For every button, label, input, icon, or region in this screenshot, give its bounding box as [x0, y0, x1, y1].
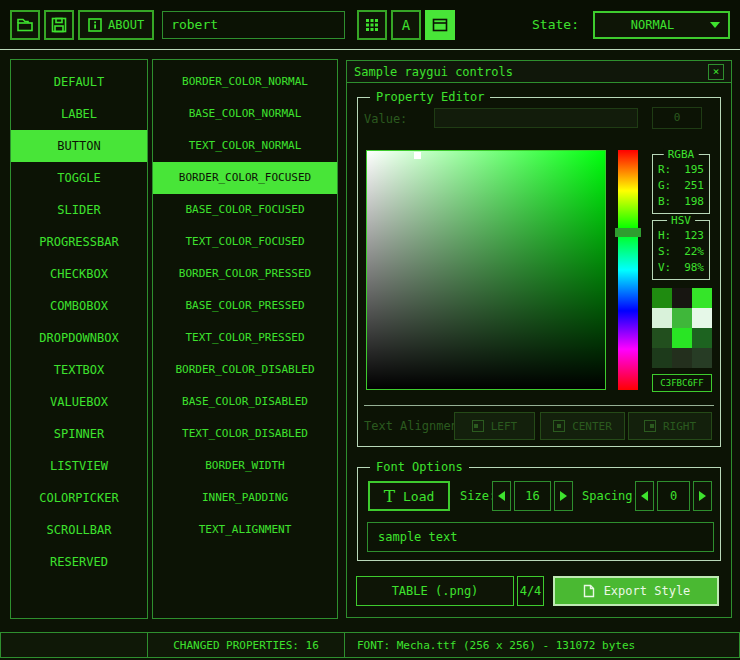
list-item-scrollbar[interactable]: SCROLLBAR: [11, 514, 147, 546]
export-style-button[interactable]: Export Style: [553, 576, 719, 606]
size-increase-button[interactable]: [554, 481, 573, 511]
b-value: 198: [684, 194, 704, 210]
list-item-slider[interactable]: SLIDER: [11, 194, 147, 226]
value-label: Value:: [364, 112, 407, 126]
align-right-icon: [644, 420, 656, 432]
sample-text-input[interactable]: sample text: [367, 522, 714, 552]
color-swatch[interactable]: [652, 348, 672, 368]
save-style-button[interactable]: [44, 10, 74, 40]
color-swatch[interactable]: [652, 308, 672, 328]
list-item-colorpicker[interactable]: COLORPICKER: [11, 482, 147, 514]
state-dropdown[interactable]: NORMAL: [593, 11, 730, 39]
window-icon: [432, 18, 448, 32]
align-center-button[interactable]: CENTER: [540, 412, 625, 440]
list-item-checkbox[interactable]: CHECKBOX: [11, 258, 147, 290]
list-item-valuebox[interactable]: VALUEBOX: [11, 386, 147, 418]
font-options-group: Font Options T Load Size: 16 Spacing: 0 …: [357, 467, 721, 561]
color-swatch[interactable]: [652, 328, 672, 348]
list-item-text_color_normal[interactable]: TEXT_COLOR_NORMAL: [153, 130, 337, 162]
list-item-toggle[interactable]: TOGGLE: [11, 162, 147, 194]
list-item-border_color_disabled[interactable]: BORDER_COLOR_DISABLED: [153, 354, 337, 386]
s-label: S:: [658, 244, 671, 260]
font-mode-button[interactable]: A: [391, 10, 421, 40]
list-item-base_color_disabled[interactable]: BASE_COLOR_DISABLED: [153, 386, 337, 418]
save-icon: [51, 17, 67, 33]
info-icon: [88, 18, 102, 32]
color-swatch[interactable]: [672, 348, 692, 368]
align-right-button[interactable]: RIGHT: [628, 412, 712, 440]
list-item-border_color_normal[interactable]: BORDER_COLOR_NORMAL: [153, 66, 337, 98]
list-item-textbox[interactable]: TEXTBOX: [11, 354, 147, 386]
sample-controls-window: Sample raygui controls × Property Editor…: [346, 60, 732, 618]
color-swatch[interactable]: [692, 288, 712, 308]
hsv-group: HSV H: 123 S: 22% V: 98%: [652, 220, 710, 280]
style-name-input[interactable]: [162, 11, 345, 39]
list-item-label[interactable]: LABEL: [11, 98, 147, 130]
list-item-text_color_disabled[interactable]: TEXT_COLOR_DISABLED: [153, 418, 337, 450]
align-left-button[interactable]: LEFT: [454, 412, 535, 440]
list-item-text_color_focused[interactable]: TEXT_COLOR_FOCUSED: [153, 226, 337, 258]
align-right-label: RIGHT: [663, 420, 696, 433]
value-slider[interactable]: [434, 108, 638, 128]
status-cell-empty: [0, 632, 148, 658]
list-item-border_width[interactable]: BORDER_WIDTH: [153, 450, 337, 482]
color-picker-panel[interactable]: [366, 150, 606, 390]
text-alignment-label: Text Alignment: [364, 419, 465, 433]
color-swatch[interactable]: [692, 308, 712, 328]
h-value: 123: [684, 228, 704, 244]
list-item-reserved[interactable]: RESERVED: [11, 546, 147, 578]
spacing-value-box[interactable]: 0: [657, 481, 690, 511]
spacing-decrease-button[interactable]: [635, 481, 654, 511]
list-item-base_color_focused[interactable]: BASE_COLOR_FOCUSED: [153, 194, 337, 226]
window-titlebar: Sample raygui controls ×: [347, 61, 731, 83]
rgba-row-r: R: 195: [653, 162, 709, 178]
load-font-label: Load: [403, 489, 434, 504]
hsv-row-v: V: 98%: [653, 260, 709, 276]
align-center-label: CENTER: [572, 420, 612, 433]
color-swatch[interactable]: [692, 328, 712, 348]
color-swatch[interactable]: [672, 288, 692, 308]
view-mode-group: A: [357, 10, 455, 40]
r-value: 195: [684, 162, 704, 178]
picker-cursor[interactable]: [414, 152, 421, 159]
list-item-border_color_pressed[interactable]: BORDER_COLOR_PRESSED: [153, 258, 337, 290]
list-item-button[interactable]: BUTTON: [11, 130, 147, 162]
color-swatch[interactable]: [672, 328, 692, 348]
list-item-default[interactable]: DEFAULT: [11, 66, 147, 98]
chevron-down-icon: [710, 22, 720, 28]
arrow-left-icon: [498, 491, 505, 501]
window-close-button[interactable]: ×: [708, 64, 724, 80]
list-item-dropdownbox[interactable]: DROPDOWNBOX: [11, 322, 147, 354]
list-item-progressbar[interactable]: PROGRESSBAR: [11, 226, 147, 258]
hue-slider-handle[interactable]: [615, 228, 641, 237]
color-swatch[interactable]: [672, 308, 692, 328]
list-item-text_alignment[interactable]: TEXT_ALIGNMENT: [153, 514, 337, 546]
window-mode-button[interactable]: [425, 10, 455, 40]
font-load-icon: T: [384, 488, 395, 505]
list-item-spinner[interactable]: SPINNER: [11, 418, 147, 450]
list-item-base_color_pressed[interactable]: BASE_COLOR_PRESSED: [153, 290, 337, 322]
open-style-button[interactable]: [10, 10, 40, 40]
color-swatch[interactable]: [652, 288, 672, 308]
property-editor-label: Property Editor: [370, 90, 490, 105]
list-item-listview[interactable]: LISTVIEW: [11, 450, 147, 482]
list-item-combobox[interactable]: COMBOBOX: [11, 290, 147, 322]
export-format-button[interactable]: TABLE (.png): [356, 576, 514, 606]
spacing-label: Spacing:: [582, 489, 640, 503]
state-label: State:: [532, 17, 579, 32]
size-decrease-button[interactable]: [492, 481, 511, 511]
hex-color-input[interactable]: C3FBC6FF: [652, 374, 712, 392]
load-font-button[interactable]: T Load: [368, 481, 450, 511]
list-item-inner_padding[interactable]: INNER_PADDING: [153, 482, 337, 514]
about-button[interactable]: ABOUT: [78, 10, 154, 40]
list-item-border_color_focused[interactable]: BORDER_COLOR_FOCUSED: [153, 162, 337, 194]
value-box[interactable]: 0: [652, 107, 702, 129]
list-item-base_color_normal[interactable]: BASE_COLOR_NORMAL: [153, 98, 337, 130]
size-value-box[interactable]: 16: [514, 481, 551, 511]
spacing-increase-button[interactable]: [693, 481, 712, 511]
hue-bar[interactable]: [618, 150, 638, 390]
list-item-text_color_pressed[interactable]: TEXT_COLOR_PRESSED: [153, 322, 337, 354]
color-swatch[interactable]: [692, 348, 712, 368]
grid-mode-button[interactable]: [357, 10, 387, 40]
font-options-label: Font Options: [370, 460, 469, 475]
